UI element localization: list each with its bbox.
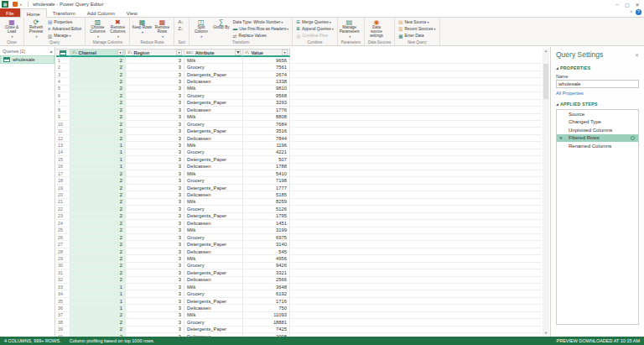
table-row[interactable]: 3 2 3 Detergents_Paper 2674 [56, 71, 542, 78]
ribbon-button[interactable]: ◫ Split Column ▾ [191, 18, 211, 39]
cell-channel[interactable]: 2 [70, 227, 126, 233]
cell-channel[interactable]: 2 [70, 78, 126, 84]
cell-region[interactable]: 3 [126, 191, 184, 197]
cell-value[interactable]: 3321 [243, 269, 290, 275]
cell-channel[interactable]: 2 [70, 86, 126, 91]
cell-region[interactable]: 3 [126, 269, 184, 275]
cell-channel[interactable]: 2 [70, 220, 126, 226]
filter-active-icon[interactable] [235, 50, 241, 55]
cell-value[interactable]: 507 [243, 156, 290, 162]
cell-value[interactable]: 6975 [243, 234, 290, 240]
column-header-channel[interactable]: 1²₃ Channel ▾ [70, 49, 126, 57]
table-row[interactable]: 13 1 3 Milk 1196 [56, 142, 542, 149]
ribbon-button[interactable]: A↓ ▾ [176, 18, 186, 25]
cell-value[interactable]: 3516 [243, 128, 290, 133]
cell-attribute[interactable]: Grocery [184, 206, 243, 212]
cell-region[interactable]: 3 [126, 199, 184, 205]
gear-icon[interactable] [631, 136, 635, 140]
ribbon-button[interactable]: ▤ Properties ▾ [46, 18, 83, 25]
table-row[interactable]: 21 2 3 Milk 8259 [56, 199, 542, 206]
table-row[interactable]: 14 1 3 Grocery 4221 [56, 149, 542, 156]
cell-channel[interactable]: 1 [70, 290, 126, 296]
cell-attribute[interactable]: Grocery [184, 234, 243, 240]
cell-value[interactable]: 5410 [243, 170, 290, 176]
table-row[interactable]: 33 1 3 Milk 3648 [56, 284, 542, 290]
table-row[interactable]: 20 2 3 Delicassen 5185 [56, 191, 542, 198]
ribbon-button[interactable]: ▤ New Source ▾ [397, 18, 437, 25]
cell-channel[interactable]: 2 [70, 64, 126, 70]
cell-value[interactable]: 7684 [243, 121, 290, 127]
cell-value[interactable]: 2566 [243, 277, 290, 283]
table-row[interactable]: 22 2 3 Grocery 5126 [56, 206, 542, 212]
cell-value[interactable]: 7561 [243, 64, 290, 70]
cell-attribute[interactable]: Milk [184, 86, 243, 91]
scroll-up-icon[interactable]: ▲ [544, 49, 548, 54]
cell-region[interactable]: 3 [126, 298, 184, 304]
cell-attribute[interactable]: Delicassen [184, 248, 243, 254]
cell-region[interactable]: 3 [126, 277, 184, 283]
query-list-item[interactable]: wholesale [0, 55, 55, 64]
cell-value[interactable]: 1776 [243, 107, 290, 112]
cell-region[interactable]: 3 [126, 64, 184, 70]
cell-channel[interactable]: 2 [70, 255, 126, 261]
cell-channel[interactable]: 2 [70, 199, 126, 205]
cell-region[interactable]: 3 [126, 86, 184, 91]
cell-region[interactable]: 3 [126, 312, 184, 318]
cell-value[interactable]: 1338 [243, 78, 290, 84]
vertical-scrollbar[interactable]: ▲ ▼ [543, 49, 549, 336]
cell-value[interactable]: 3199 [243, 227, 290, 233]
cell-channel[interactable]: 2 [70, 312, 126, 318]
cell-attribute[interactable]: Milk [184, 255, 243, 261]
ribbon-button[interactable]: ⊟ Merge Queries ▾ [294, 18, 335, 25]
quick-access-dropdown-icon[interactable]: ▾ [20, 3, 22, 7]
cell-attribute[interactable]: Delicassen [184, 135, 243, 141]
table-row[interactable]: 18 2 3 Grocery 7198 [56, 177, 542, 184]
cell-value[interactable]: 11093 [243, 312, 290, 318]
cell-channel[interactable]: 2 [70, 234, 126, 240]
cell-channel[interactable]: 2 [70, 206, 126, 212]
cell-value[interactable]: 7425 [243, 327, 290, 332]
cell-region[interactable]: 3 [126, 263, 184, 269]
cell-region[interactable]: 3 [126, 327, 184, 332]
query-name-input[interactable] [556, 80, 639, 88]
cell-attribute[interactable]: Milk [184, 142, 243, 148]
ribbon-button[interactable]: ▥ Recent Sources ▾ [397, 25, 437, 32]
cell-channel[interactable]: 2 [70, 191, 126, 197]
table-row[interactable]: 29 2 3 Milk 4956 [56, 255, 542, 262]
table-row[interactable]: 19 2 3 Detergents_Paper 1777 [56, 185, 542, 191]
close-pane-icon[interactable]: ✕ [635, 52, 639, 58]
ribbon-button[interactable]: ▦ Combine Files ▾ [294, 33, 335, 39]
cell-region[interactable]: 3 [126, 92, 184, 98]
ribbon-button[interactable]: Z↓ ▾ [176, 25, 186, 32]
cell-value[interactable]: 545 [243, 248, 290, 254]
table-row[interactable]: 24 2 3 Delicassen 1451 [56, 220, 542, 227]
table-row[interactable]: 31 2 3 Detergents_Paper 3321 [56, 269, 542, 276]
cell-attribute[interactable]: Grocery [184, 319, 243, 325]
ribbon-button[interactable]: ◉ Data source settings ▾ [366, 18, 387, 39]
cell-value[interactable]: 9810 [243, 86, 290, 91]
cell-region[interactable]: 3 [126, 177, 184, 183]
table-row[interactable]: 15 1 3 Detergents_Paper 507 [56, 156, 542, 163]
cell-region[interactable]: 3 [126, 227, 184, 233]
cell-value[interactable]: 9656 [243, 57, 290, 63]
table-row[interactable]: 35 1 3 Detergents_Paper 1716 [56, 298, 542, 305]
cell-region[interactable]: 3 [126, 206, 184, 212]
cell-attribute[interactable]: Detergents_Paper [184, 128, 243, 133]
cell-attribute[interactable]: Grocery [184, 263, 243, 269]
cell-region[interactable]: 3 [126, 255, 184, 261]
cell-attribute[interactable]: Grocery [184, 92, 243, 98]
cell-channel[interactable]: 1 [70, 298, 126, 304]
table-row[interactable]: 30 2 3 Grocery 9426 [56, 263, 542, 269]
cell-channel[interactable]: 2 [70, 327, 126, 332]
ribbon-tab[interactable]: File [0, 8, 20, 17]
cell-channel[interactable]: 2 [70, 213, 126, 219]
cell-region[interactable]: 3 [126, 156, 184, 162]
cell-attribute[interactable]: Detergents_Paper [184, 269, 243, 275]
cell-region[interactable]: 3 [126, 170, 184, 176]
scroll-down-icon[interactable]: ▼ [544, 331, 548, 336]
applied-step[interactable]: ✕ Renamed Columns [557, 142, 638, 150]
table-row[interactable]: 34 1 3 Grocery 6192 [56, 290, 542, 297]
cell-region[interactable]: 3 [126, 121, 184, 127]
table-row[interactable]: 7 2 3 Detergents_Paper 3293 [56, 100, 542, 107]
column-header-value[interactable]: 1²₃ Value ▾ [243, 49, 290, 57]
